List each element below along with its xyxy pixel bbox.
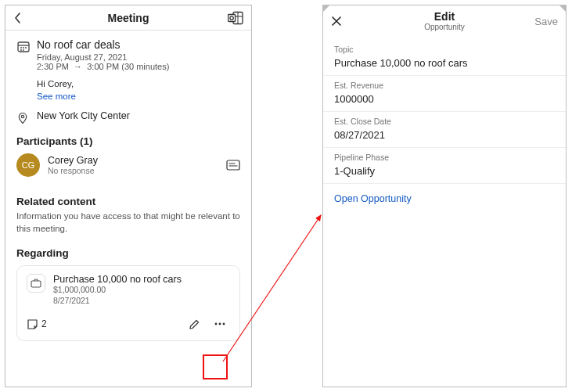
related-heading: Related content — [16, 196, 240, 207]
participant-response: No response — [48, 166, 98, 175]
svg-point-12 — [215, 323, 218, 325]
close-icon — [331, 16, 342, 27]
card-revenue: $1,000,000.00 — [53, 285, 182, 296]
contact-card-icon[interactable] — [226, 160, 240, 171]
calendar-icon — [16, 38, 31, 101]
meeting-pane: Meeting No roof car deals Friday, August… — [5, 5, 252, 387]
topic-field[interactable]: Topic Purchase 10,000 no roof cars — [323, 40, 566, 76]
edit-button[interactable] — [185, 314, 205, 334]
svg-point-7 — [20, 49, 22, 51]
edit-subtitle: Opportunity — [424, 23, 465, 32]
svg-point-9 — [21, 115, 23, 117]
meeting-summary: No roof car deals Friday, August 27, 202… — [5, 31, 251, 132]
svg-point-8 — [23, 49, 24, 51]
related-section: Related content Information you have acc… — [5, 191, 251, 239]
phase-label: Pipeline Phase — [334, 153, 555, 162]
opportunity-card[interactable]: Purchase 10,000 no roof cars $1,000,000.… — [16, 265, 240, 341]
svg-point-13 — [219, 323, 221, 325]
svg-point-14 — [223, 323, 225, 325]
close-date-field[interactable]: Est. Close Date 08/27/2021 — [323, 112, 566, 148]
meeting-header-title: Meeting — [108, 12, 149, 24]
revenue-field[interactable]: Est. Revenue 1000000 — [323, 76, 566, 112]
phase-field[interactable]: Pipeline Phase 1-Qualify — [323, 148, 566, 184]
topic-label: Topic — [334, 45, 555, 54]
participant-row[interactable]: CG Corey Gray No response — [16, 147, 240, 183]
save-button[interactable]: Save — [534, 16, 558, 27]
highlight-box — [203, 354, 228, 379]
svg-rect-11 — [31, 281, 41, 287]
outlook-button[interactable] — [228, 11, 243, 25]
open-opportunity-link[interactable]: Open Opportunity — [323, 184, 566, 214]
more-icon — [214, 322, 226, 325]
svg-point-4 — [20, 47, 22, 49]
close-date-label: Est. Close Date — [334, 117, 555, 126]
phase-value: 1-Qualify — [334, 165, 555, 177]
regarding-heading: Regarding — [16, 247, 240, 259]
more-button[interactable] — [210, 314, 230, 334]
meeting-location: New York City Center — [37, 110, 130, 124]
chevron-left-icon — [13, 12, 21, 24]
edit-pane: Edit Opportunity Save Topic Purchase 10,… — [322, 5, 567, 387]
edit-title: Edit — [434, 10, 455, 23]
note-icon — [27, 318, 38, 330]
location-icon — [16, 110, 31, 124]
edit-form: Topic Purchase 10,000 no roof cars Est. … — [323, 37, 566, 217]
participants-section: Participants (1) CG Corey Gray No respon… — [5, 132, 251, 191]
meeting-body-preview: Hi Corey, — [37, 79, 240, 88]
svg-point-6 — [25, 47, 27, 49]
edit-header: Edit Opportunity Save — [323, 5, 566, 37]
avatar: CG — [16, 153, 40, 177]
participants-heading: Participants (1) — [16, 135, 240, 147]
topic-value: Purchase 10,000 no roof cars — [334, 57, 555, 69]
briefcase-icon — [27, 274, 45, 293]
back-button[interactable] — [13, 12, 21, 24]
svg-point-5 — [23, 47, 24, 49]
svg-rect-1 — [228, 14, 236, 21]
close-button[interactable] — [331, 16, 342, 27]
see-more-link[interactable]: See more — [37, 92, 240, 101]
outlook-icon — [228, 11, 243, 25]
svg-rect-10 — [227, 160, 239, 170]
meeting-title: No roof car deals — [37, 38, 240, 51]
participant-name: Corey Gray — [48, 155, 98, 166]
meeting-date: Friday, August 27, 2021 — [37, 52, 240, 62]
card-date: 8/27/2021 — [53, 296, 182, 307]
related-desc: Information you have access to that migh… — [16, 210, 240, 235]
notes-button[interactable]: 2 — [27, 318, 47, 330]
meeting-header: Meeting — [5, 5, 251, 31]
regarding-section: Regarding Purchase 10,000 no roof cars $… — [5, 239, 251, 341]
meeting-time: 2:30 PM → 3:00 PM (30 minutes) — [37, 62, 240, 71]
pencil-icon — [189, 318, 201, 330]
card-title: Purchase 10,000 no roof cars — [53, 274, 182, 285]
close-date-value: 08/27/2021 — [334, 129, 555, 141]
revenue-label: Est. Revenue — [334, 81, 555, 90]
revenue-value: 1000000 — [334, 93, 555, 105]
